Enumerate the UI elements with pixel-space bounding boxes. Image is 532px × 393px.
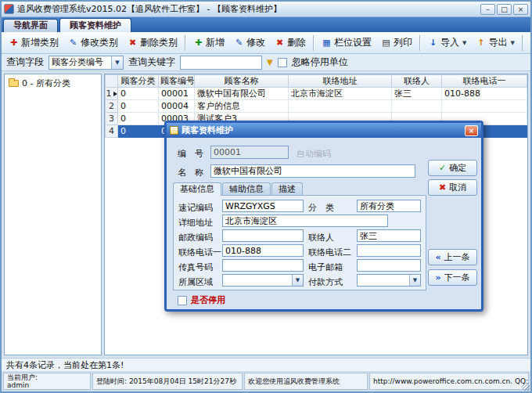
cell[interactable]: 北京市海淀区	[289, 88, 392, 100]
toolbar-button-column-settings[interactable]: ▦ 栏位设置	[317, 33, 376, 52]
cell[interactable]: 0	[118, 88, 159, 100]
region-combo[interactable]: ▼	[222, 274, 304, 287]
tree-node-all-categories[interactable]: 0 - 所有分类	[5, 74, 101, 89]
tab-customer-maintenance[interactable]: 顾客资料维护	[59, 18, 131, 32]
cell[interactable]: 0	[118, 113, 159, 125]
cell[interactable]: 00001	[159, 88, 195, 100]
row-number: 3	[106, 113, 118, 125]
category-field[interactable]	[357, 200, 421, 212]
address-field[interactable]	[222, 215, 388, 227]
ok-button[interactable]: ✓ 确定	[428, 160, 477, 176]
toolbar-button-label: 修改类别	[81, 36, 118, 49]
resize-grip[interactable]	[522, 383, 530, 391]
contact-field[interactable]	[357, 229, 421, 242]
contact-label: 联络人	[308, 232, 334, 243]
toolbar-button-label: 新增	[206, 36, 225, 49]
cell[interactable]: 0	[118, 125, 159, 138]
col-header-address[interactable]: 联络地址	[289, 75, 392, 88]
chevron-down-icon[interactable]: ▼	[409, 275, 420, 286]
col-header-category[interactable]: 顾客分类	[118, 75, 159, 88]
zip-field[interactable]	[222, 229, 304, 242]
cell[interactable]: 0	[118, 100, 159, 113]
phone1-field[interactable]	[222, 244, 304, 257]
category-label: 分 类	[308, 202, 334, 214]
chevron-down-icon[interactable]: ▼	[111, 56, 123, 69]
shorthand-field[interactable]	[222, 200, 304, 212]
toolbar-button-delete[interactable]: ✖ 删除	[270, 33, 311, 52]
modify-category-icon: ✎	[68, 38, 78, 48]
cell[interactable]	[289, 100, 392, 113]
toolbar-button-delete-category[interactable]: ✖ 删除类别	[123, 33, 182, 52]
table-row[interactable]: 2 0 00004 客户的信息	[106, 100, 527, 113]
query-keyword-input[interactable]	[180, 56, 262, 70]
cell[interactable]: 张三	[392, 88, 442, 100]
col-header-contact[interactable]: 联络人	[392, 75, 442, 88]
dialog-icon	[170, 126, 178, 135]
chevron-down-icon: ▼	[462, 40, 466, 46]
ignore-disabled-checkbox[interactable]	[278, 58, 287, 67]
phone2-field[interactable]	[357, 244, 421, 257]
toolbar-button-modify-category[interactable]: ✎ 修改类别	[63, 33, 123, 52]
window-controls: – □ ×	[480, 4, 528, 15]
app-icon	[4, 4, 14, 14]
toolbar-separator	[313, 35, 315, 51]
fax-field[interactable]	[222, 259, 304, 272]
toolbar-button-add-category[interactable]: ✚ 新增类别	[4, 33, 63, 52]
cell[interactable]: 010-888	[442, 88, 527, 100]
footer-user-panel: 当前用户: admin	[3, 373, 91, 390]
table-row[interactable]: 1 0 00001 微软中国有限公司 北京市海淀区 张三 010-888	[106, 88, 527, 100]
title-bar: 追风收费管理系统v2015.02【追风软件工作室】 - 【顾客资料维护】 – □…	[2, 2, 530, 17]
query-bar: 查询字段 顾客分类编号 ▼ 查询关键字 ▼ 忽略停用单位	[2, 54, 530, 71]
maximize-button[interactable]: □	[497, 4, 512, 15]
col-header-phone1[interactable]: 联络电话一	[442, 75, 527, 88]
disable-checkbox[interactable]	[178, 296, 187, 305]
payment-combo[interactable]: ▼	[357, 274, 421, 287]
folder-icon	[9, 80, 19, 87]
toolbar-button-export[interactable]: ↑ 导出 ▼	[471, 33, 519, 52]
record-status-bar: 共有4条记录，当前处在第1条!	[2, 358, 530, 371]
add-category-icon: ✚	[9, 38, 19, 48]
toolbar-button-modify[interactable]: ✎ 修改	[229, 33, 270, 52]
toolbar-button-import[interactable]: ↓ 导入 ▼	[423, 33, 471, 52]
cell[interactable]: 00004	[159, 100, 195, 113]
col-header-customer-id[interactable]: 顾客编号	[159, 75, 195, 88]
dialog-close-button[interactable]: ×	[465, 125, 478, 136]
cell[interactable]	[392, 100, 442, 113]
id-label: 编 号	[178, 148, 203, 160]
close-button[interactable]: ×	[513, 4, 528, 15]
auto-code-hint: 自动编码	[297, 148, 331, 160]
next-record-button[interactable]: » 下一条	[428, 269, 477, 286]
cell[interactable]	[442, 100, 527, 113]
tab-auxiliary-info[interactable]: 辅助信息	[222, 182, 271, 196]
cell[interactable]: 客户的信息	[195, 100, 289, 113]
footer-welcome-text: 欢迎您使用追风收费管理系统	[244, 373, 368, 390]
email-field[interactable]	[357, 259, 421, 272]
toolbar-button-add[interactable]: ✚ 新增	[189, 33, 229, 52]
cell[interactable]: 微软中国有限公司	[195, 88, 289, 100]
toolbar-button-exit[interactable]: → 退出	[526, 33, 532, 52]
chevron-down-icon[interactable]: ▼	[292, 275, 303, 286]
basic-info-panel: 速记编码 分 类 详细地址 邮政编码 联络人 联络电话一 联络电话二 传真号码 …	[173, 195, 426, 290]
name-field[interactable]	[210, 164, 415, 178]
col-header-customer-name[interactable]: 顾客名称	[195, 75, 289, 88]
row-number-text: 1	[106, 88, 112, 99]
app-window: 追风收费管理系统v2015.02【追风软件工作室】 - 【顾客资料维护】 – □…	[0, 0, 532, 393]
id-field	[210, 146, 289, 159]
cancel-button[interactable]: ✖ 取消	[428, 179, 477, 196]
toolbar-button-print[interactable]: ▤ 列印	[376, 33, 417, 52]
toolbar-separator	[185, 35, 186, 51]
tab-basic-info[interactable]: 基础信息	[173, 182, 221, 196]
current-record-marker-icon	[113, 92, 117, 96]
export-icon: ↑	[476, 38, 486, 48]
modify-icon: ✎	[234, 38, 244, 48]
toolbar-button-label: 新增类别	[21, 36, 59, 49]
previous-record-button[interactable]: « 上一条	[428, 249, 477, 265]
tab-navigation[interactable]: 导航界面	[3, 19, 58, 32]
tab-description[interactable]: 描述	[271, 182, 303, 196]
delete-icon: ✖	[275, 38, 285, 48]
minimize-button[interactable]: –	[480, 4, 495, 15]
dialog-title: 顾客资料维护	[182, 124, 233, 136]
query-field-combo[interactable]: 顾客分类编号 ▼	[49, 56, 124, 70]
record-status-text: 共有4条记录，当前处在第1条!	[6, 359, 124, 371]
current-user-value: admin	[7, 381, 29, 389]
